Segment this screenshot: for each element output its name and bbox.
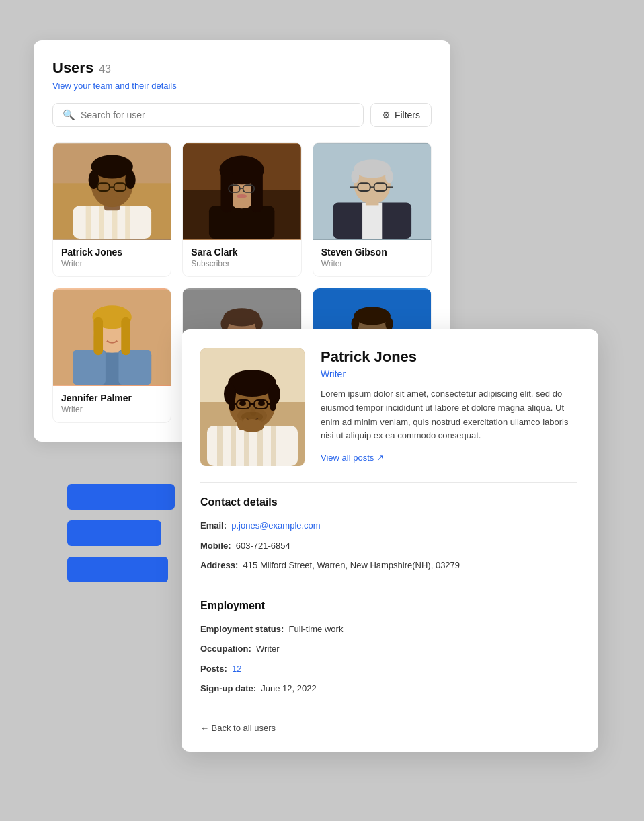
mobile-value: 603-721-6854 — [236, 541, 290, 551]
contact-address-row: Address: 415 Milford Street, Warren, New… — [200, 559, 577, 572]
emp-status-label: Employment status: — [200, 624, 284, 634]
svg-rect-5 — [112, 206, 118, 239]
divider-2 — [200, 586, 577, 586]
user-card[interactable]: Steven Gibson Writer — [313, 142, 432, 277]
svg-rect-50 — [121, 317, 130, 355]
mobile-label: Mobile: — [200, 541, 231, 551]
divider-3 — [200, 709, 577, 709]
user-card-info: Jennifer Palmer Writer — [53, 386, 171, 422]
blue-bar-3 — [67, 557, 168, 582]
svg-rect-6 — [125, 206, 130, 239]
back-to-users-link[interactable]: ← Back to all users — [200, 723, 577, 733]
detail-photo — [200, 348, 305, 466]
email-value[interactable]: p.jones@example.com — [231, 520, 320, 531]
search-icon: 🔍 — [63, 109, 75, 121]
svg-point-36 — [385, 170, 393, 183]
user-role-steven: Writer — [321, 259, 423, 268]
user-name-patrick: Patrick Jones — [61, 247, 163, 258]
svg-point-35 — [351, 170, 359, 183]
svg-rect-31 — [362, 203, 382, 239]
svg-rect-4 — [99, 206, 104, 239]
svg-rect-79 — [270, 399, 276, 411]
svg-rect-68 — [217, 426, 223, 466]
svg-point-80 — [239, 401, 246, 406]
svg-point-11 — [125, 171, 136, 189]
contact-mobile-row: Mobile: 603-721-6854 — [200, 539, 577, 553]
svg-point-64 — [385, 317, 393, 330]
users-header: Users 43 — [52, 59, 432, 77]
emp-posts-row: Posts: 12 — [200, 662, 577, 676]
svg-rect-72 — [271, 426, 276, 466]
svg-rect-45 — [118, 350, 151, 385]
svg-point-27 — [237, 194, 247, 198]
svg-rect-44 — [73, 350, 106, 385]
address-label: Address: — [200, 560, 238, 570]
user-card-info: Patrick Jones Writer — [53, 240, 171, 276]
user-card-info: Sara Clark Subscriber — [183, 240, 300, 276]
user-name-jennifer: Jennifer Palmer — [61, 393, 163, 403]
contact-section-title: Contact details — [200, 496, 577, 508]
blue-bars — [67, 484, 175, 582]
user-photo-jennifer — [53, 288, 171, 386]
view-posts-link[interactable]: View all posts — [321, 453, 384, 463]
employment-section-title: Employment — [200, 600, 577, 612]
detail-name: Patrick Jones — [321, 348, 577, 366]
user-card[interactable]: Sara Clark Subscriber — [182, 142, 301, 277]
svg-point-56 — [221, 317, 229, 330]
user-name-steven: Steven Gibson — [321, 247, 423, 258]
svg-point-81 — [258, 401, 265, 406]
detail-bio: Lorem ipsum dolor sit amet, consectetur … — [321, 387, 577, 443]
svg-rect-71 — [257, 426, 263, 466]
emp-status-row: Employment status: Full-time work — [200, 623, 577, 636]
svg-rect-3 — [86, 206, 91, 239]
posts-label: Posts: — [200, 664, 227, 674]
divider-1 — [200, 482, 577, 483]
search-row: 🔍 ⚙ Filters — [52, 103, 432, 127]
user-role-patrick: Writer — [61, 259, 163, 268]
detail-info: Patrick Jones Writer Lorem ipsum dolor s… — [321, 348, 577, 466]
user-card[interactable]: Jennifer Palmer Writer — [52, 288, 171, 423]
signup-value: June 12, 2022 — [261, 683, 316, 693]
svg-rect-78 — [229, 399, 235, 411]
svg-point-55 — [224, 308, 261, 326]
signup-label: Sign-up date: — [200, 683, 256, 693]
occupation-value: Writer — [256, 643, 279, 654]
blue-bar-1 — [67, 484, 175, 510]
users-count: 43 — [99, 63, 111, 75]
svg-rect-18 — [209, 206, 274, 239]
user-card-info: Steven Gibson Writer — [313, 240, 431, 276]
emp-status-value: Full-time work — [288, 624, 343, 634]
user-name-sara: Sara Clark — [191, 247, 292, 258]
svg-rect-69 — [231, 426, 236, 466]
user-photo-patrick — [53, 143, 171, 240]
detail-header: Patrick Jones Writer Lorem ipsum dolor s… — [200, 348, 577, 466]
user-role-jennifer: Writer — [61, 405, 163, 414]
search-input[interactable] — [81, 110, 354, 120]
user-card[interactable]: Patrick Jones Writer — [52, 142, 171, 277]
contact-email-row: Email: p.jones@example.com — [200, 519, 577, 533]
svg-point-15 — [103, 196, 121, 207]
emp-signup-row: Sign-up date: June 12, 2022 — [200, 682, 577, 695]
svg-rect-49 — [93, 317, 103, 355]
occupation-label: Occupation: — [200, 643, 251, 654]
filter-icon: ⚙ — [382, 110, 391, 120]
search-box[interactable]: 🔍 — [52, 103, 364, 127]
detail-panel: Patrick Jones Writer Lorem ipsum dolor s… — [182, 329, 598, 752]
filters-label: Filters — [395, 110, 420, 120]
email-label: Email: — [200, 520, 227, 531]
page-title: Users — [52, 59, 93, 77]
svg-point-57 — [255, 317, 263, 330]
user-photo-sara — [183, 143, 300, 240]
user-photo-steven — [313, 143, 431, 240]
users-subtitle: View your team and their details — [52, 81, 432, 91]
posts-value[interactable]: 12 — [232, 664, 241, 674]
blue-bar-2 — [67, 520, 161, 546]
user-role-sara: Subscriber — [191, 259, 292, 268]
svg-point-62 — [354, 307, 391, 325]
emp-occupation-row: Occupation: Writer — [200, 642, 577, 656]
svg-point-34 — [354, 159, 391, 178]
svg-rect-22 — [221, 170, 233, 212]
filters-button[interactable]: ⚙ Filters — [370, 103, 432, 127]
detail-role: Writer — [321, 368, 577, 379]
svg-point-63 — [351, 317, 359, 330]
